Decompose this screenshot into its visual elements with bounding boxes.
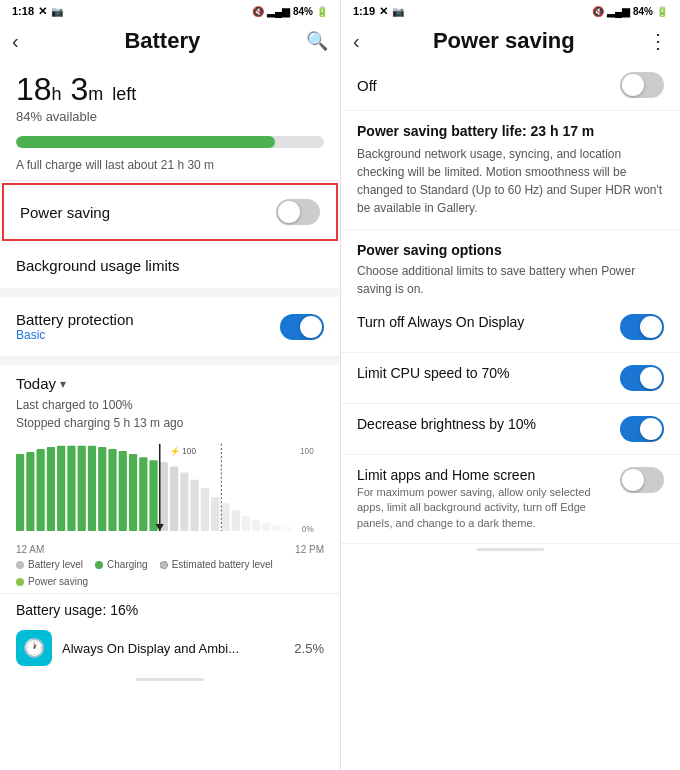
battery-content: 18h 3m left 84% available A full charge … (0, 60, 340, 770)
app-row-aod[interactable]: 🕐 Always On Display and Ambi... 2.5% (0, 622, 340, 674)
ps-off-knob (622, 74, 644, 96)
ps-options-header: Power saving options Choose additional l… (341, 230, 680, 302)
charge-line1: Last charged to 100% (16, 396, 324, 414)
battery-protection-row[interactable]: Battery protection Basic (0, 297, 340, 357)
ps-brightness-row[interactable]: Decrease brightness by 10% (341, 404, 680, 455)
ps-cpu-label-wrap: Limit CPU speed to 70% (357, 365, 510, 381)
ps-cpu-toggle[interactable] (620, 365, 664, 391)
legend-battery-level: Battery level (16, 559, 83, 570)
legend-dot-estimated (160, 561, 168, 569)
legend-label-charging: Charging (107, 559, 148, 570)
mute-icon: 🔇 (252, 6, 264, 17)
power-saving-toggle[interactable] (276, 199, 320, 225)
svg-rect-22 (201, 488, 209, 531)
ps-desc: Background network usage, syncing, and l… (357, 145, 664, 217)
section-divider-1 (0, 289, 340, 297)
svg-text:100: 100 (300, 447, 314, 456)
battery-protection-sub: Basic (16, 328, 134, 342)
right-status-left: 1:19 ✕ 📷 (353, 5, 404, 18)
svg-rect-18 (160, 462, 168, 531)
ps-off-toggle[interactable] (620, 72, 664, 98)
svg-rect-27 (252, 520, 260, 531)
background-usage-row[interactable]: Background usage limits (0, 243, 340, 289)
power-saving-content: Off Power saving battery life: 23 h 17 m… (341, 60, 680, 770)
battery-available: 84% available (16, 109, 324, 124)
x-icon: ✕ (38, 5, 47, 18)
ps-off-row[interactable]: Off (341, 60, 680, 111)
battery-title: Battery (124, 28, 200, 54)
ps-aod-label-wrap: Turn off Always On Display (357, 314, 524, 330)
right-status-right: 🔇 ▂▄▆ 84% 🔋 (592, 6, 668, 17)
svg-rect-13 (108, 449, 116, 531)
background-usage-label: Background usage limits (16, 257, 179, 274)
ps-aod-knob (640, 316, 662, 338)
battery-time-section: 18h 3m left 84% available (0, 60, 340, 128)
battery-bar (16, 136, 324, 148)
aod-app-pct: 2.5% (294, 641, 324, 656)
battery-bar-fill (16, 136, 275, 148)
aod-app-icon: 🕐 (16, 630, 52, 666)
ps-brightness-knob (640, 418, 662, 440)
power-saving-toggle-row[interactable]: Power saving (4, 185, 336, 239)
power-saving-title: Power saving (433, 28, 575, 54)
legend-estimated: Estimated battery level (160, 559, 273, 570)
power-saving-panel: 1:19 ✕ 📷 🔇 ▂▄▆ 84% 🔋 ‹ Power saving ⋮ Of… (340, 0, 680, 770)
legend-dot-battery (16, 561, 24, 569)
chevron-down-icon[interactable]: ▾ (60, 377, 66, 391)
scroll-indicator-left (136, 678, 204, 681)
svg-rect-10 (78, 446, 86, 531)
power-saving-label: Power saving (20, 204, 110, 221)
battery-protection-left: Battery protection Basic (16, 311, 134, 342)
ps-limit-apps-row[interactable]: Limit apps and Home screen For maximum p… (341, 455, 680, 544)
battery-protection-label: Battery protection (16, 311, 134, 328)
legend-label-ps: Power saving (28, 576, 88, 587)
m-unit: m (88, 84, 103, 104)
signal-icon-right: ▂▄▆ (607, 6, 630, 17)
svg-rect-20 (180, 473, 188, 532)
chart-labels: 12 AM 12 PM (0, 544, 340, 555)
ps-off-label: Off (357, 77, 377, 94)
camera-icon: 📷 (51, 6, 63, 17)
svg-rect-6 (37, 449, 45, 531)
ps-limit-apps-toggle[interactable] (620, 467, 664, 493)
search-icon[interactable]: 🔍 (306, 30, 328, 52)
aod-app-name: Always On Display and Ambi... (62, 641, 239, 656)
camera-icon-right: 📷 (392, 6, 404, 17)
svg-rect-14 (119, 451, 127, 531)
ps-aod-toggle[interactable] (620, 314, 664, 340)
today-header: Today ▾ (0, 365, 340, 396)
battery-chart-svg: 100 0% ⚡ 100 (16, 440, 324, 540)
svg-rect-17 (149, 460, 157, 531)
battery-protection-toggle[interactable] (280, 314, 324, 340)
section-divider-2 (0, 357, 340, 365)
power-saving-knob (278, 201, 300, 223)
battery-usage-label: Battery usage: 16% (0, 594, 340, 622)
mute-icon-right: 🔇 (592, 6, 604, 17)
battery-icon-left: 🔋 (316, 6, 328, 17)
battery-protection-knob (300, 316, 322, 338)
ps-turn-off-aod-row[interactable]: Turn off Always On Display (341, 302, 680, 353)
h-unit: h (52, 84, 62, 104)
svg-rect-25 (232, 511, 240, 532)
ps-brightness-toggle[interactable] (620, 416, 664, 442)
svg-rect-16 (139, 457, 147, 531)
svg-rect-4 (16, 454, 24, 531)
svg-rect-8 (57, 446, 65, 531)
battery-panel: 1:18 ✕ 📷 🔇 ▂▄▆ 84% 🔋 ‹ Battery 🔍 18h 3m … (0, 0, 340, 770)
back-button-battery[interactable]: ‹ (12, 30, 19, 53)
svg-rect-21 (191, 480, 199, 531)
more-icon[interactable]: ⋮ (648, 29, 668, 53)
charge-note: A full charge will last about 21 h 30 m (0, 156, 340, 180)
battery-hours: 18 (16, 71, 52, 107)
back-button-ps[interactable]: ‹ (353, 30, 360, 53)
svg-rect-30 (283, 527, 291, 531)
status-right: 🔇 ▂▄▆ 84% 🔋 (252, 6, 328, 17)
ps-brightness-label-wrap: Decrease brightness by 10% (357, 416, 536, 432)
ps-aod-label: Turn off Always On Display (357, 314, 524, 330)
ps-cpu-row[interactable]: Limit CPU speed to 70% (341, 353, 680, 404)
ps-info-box: Power saving battery life: 23 h 17 m Bac… (341, 111, 680, 230)
power-saving-nav: ‹ Power saving ⋮ (341, 22, 680, 60)
power-saving-row-highlighted[interactable]: Power saving (2, 183, 338, 241)
right-status-bar: 1:19 ✕ 📷 🔇 ▂▄▆ 84% 🔋 (341, 0, 680, 22)
chart-legend: Battery level Charging Estimated battery… (0, 555, 340, 593)
